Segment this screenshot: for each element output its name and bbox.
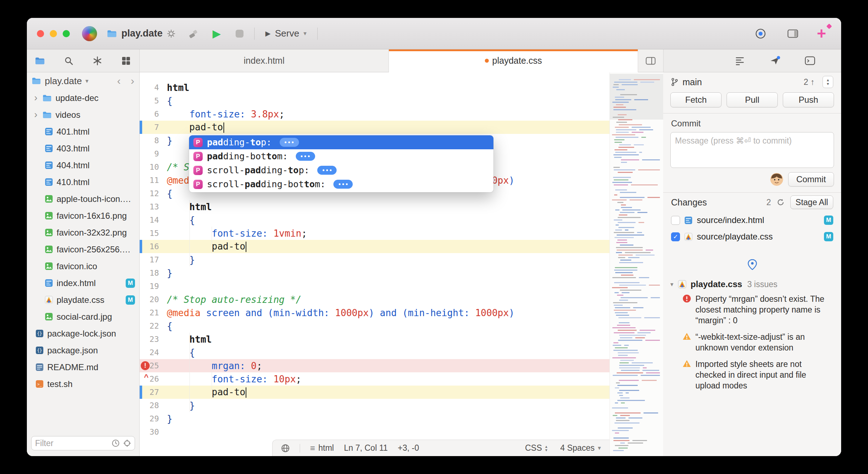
code-line[interactable]: 13 html xyxy=(140,200,609,213)
disclosure-chevron-icon[interactable]: › xyxy=(33,92,39,103)
file-row[interactable]: 410.html xyxy=(27,174,139,190)
forward-button[interactable]: › xyxy=(131,75,134,87)
file-row[interactable]: README.md xyxy=(27,359,139,376)
layout-panel-button[interactable] xyxy=(785,25,801,42)
change-row[interactable]: source/index.htmlM xyxy=(663,212,841,228)
back-button[interactable]: ‹ xyxy=(117,75,121,87)
refresh-icon[interactable] xyxy=(777,198,785,206)
issue-item[interactable]: Imported style sheets are not checked in… xyxy=(683,359,833,391)
code-line[interactable]: 14 { xyxy=(140,213,609,227)
issues-header[interactable]: ▾ playdate.css 3 issues xyxy=(663,279,841,294)
filter-input[interactable] xyxy=(35,439,108,448)
search-pane-button[interactable] xyxy=(61,53,77,69)
minimap[interactable] xyxy=(609,72,663,456)
code-line[interactable]: 17 } xyxy=(140,253,609,266)
tab-index-html[interactable]: index.html xyxy=(140,49,389,72)
completion-item[interactable]: Pscroll-padding-bottom: xyxy=(189,177,493,191)
zoom-button[interactable] xyxy=(63,30,70,37)
issue-item[interactable]: “-webkit-text-size-adjust” is an unknown… xyxy=(683,332,833,353)
filter-scope-icon[interactable] xyxy=(123,439,131,447)
code-line[interactable]: 24 { xyxy=(140,346,609,359)
minimize-button[interactable] xyxy=(50,30,57,37)
collapse-chevron-icon[interactable]: ▾ xyxy=(670,281,674,288)
file-row[interactable]: favicon-256x256.png xyxy=(27,241,139,258)
stop-button[interactable] xyxy=(231,25,248,42)
stage-checkbox[interactable] xyxy=(671,216,680,225)
minimap-line xyxy=(614,292,619,293)
run-button[interactable]: ▶ xyxy=(208,25,225,42)
tools-asterisk-pane-button[interactable] xyxy=(89,53,106,69)
extensions-grid-pane-button[interactable] xyxy=(118,53,134,69)
recent-clock-icon[interactable] xyxy=(112,439,120,447)
folder-row[interactable]: ›videos xyxy=(27,106,139,123)
code-line[interactable]: 19 xyxy=(140,280,609,293)
completion-item[interactable]: Ppadding-top: xyxy=(189,135,493,149)
clean-button[interactable] xyxy=(185,25,202,42)
file-row[interactable]: {}package.json xyxy=(27,342,139,359)
code-line[interactable]: 21@media screen and (min-width: 1000px) … xyxy=(140,306,609,319)
code-line[interactable]: 27 pad-to xyxy=(140,386,609,399)
file-row[interactable]: index.htmlM xyxy=(27,275,139,291)
preview-eye-button[interactable] xyxy=(752,25,769,42)
split-editor-button[interactable] xyxy=(638,49,663,72)
stage-all-button[interactable]: Stage All xyxy=(790,195,833,209)
file-row[interactable]: playdate.cssM xyxy=(27,291,139,308)
file-row[interactable]: social-card.jpg xyxy=(27,308,139,325)
project-header[interactable]: play.date ▾ ‹ › xyxy=(27,72,139,90)
code-line[interactable]: 28 } xyxy=(140,399,609,412)
terminal-pane-button[interactable] xyxy=(802,53,818,69)
issue-item[interactable]: Property “mrgan” doesn’t exist. The clos… xyxy=(683,294,833,326)
stage-checkbox[interactable]: ✓ xyxy=(671,232,680,241)
completion-item[interactable]: Ppadding-bottom: xyxy=(189,149,493,163)
code-line[interactable]: 20/* Stop auto-resizing */ xyxy=(140,293,609,306)
file-row[interactable]: favicon-16x16.png xyxy=(27,207,139,224)
file-row[interactable]: 401.html xyxy=(27,123,139,140)
fetch-button[interactable]: Fetch xyxy=(670,92,722,107)
push-button[interactable]: Push xyxy=(783,92,834,107)
file-row[interactable]: apple-touch-icon.png xyxy=(27,190,139,207)
folder-row[interactable]: ›update-dec xyxy=(27,90,139,106)
code-line[interactable]: 30 xyxy=(140,425,609,439)
tab-playdate-css[interactable]: playdate.css xyxy=(389,49,638,72)
code-line[interactable]: 23 html xyxy=(140,333,609,346)
code-line[interactable]: 5{ xyxy=(140,94,609,107)
globe-icon[interactable] xyxy=(281,444,290,453)
code-line[interactable]: ^26 font-size: 10px; xyxy=(140,372,609,386)
error-gutter-icon[interactable]: ! xyxy=(141,361,150,370)
syntax-selector[interactable]: CSS ▴▾ xyxy=(525,443,547,453)
code-line[interactable]: 16 pad-to xyxy=(140,240,609,253)
new-item-button[interactable]: + xyxy=(817,26,831,42)
branch-row[interactable]: main 2 ↑ ▴▾ xyxy=(663,72,841,92)
editor[interactable]: 4html5{6 font-size: 3.8px;7 pad-to8}910/… xyxy=(140,72,663,456)
branch-stepper[interactable]: ▴▾ xyxy=(823,76,833,88)
titlebar[interactable]: play.date ▶ ▶ Serve ▾ + xyxy=(27,18,841,49)
close-button[interactable] xyxy=(37,30,44,37)
publish-paperplane-pane-button[interactable] xyxy=(767,53,783,69)
files-pane-button[interactable] xyxy=(32,53,48,69)
file-row[interactable]: >_test.sh xyxy=(27,376,139,392)
format-align-pane-button[interactable] xyxy=(732,53,748,69)
code-line[interactable]: 7 pad-to xyxy=(140,121,609,134)
commit-message-input[interactable] xyxy=(670,132,834,168)
serve-control[interactable]: ▶ Serve ▾ xyxy=(261,28,311,39)
commit-button[interactable]: Commit xyxy=(788,172,834,187)
breadcrumb[interactable]: ≡ html xyxy=(310,443,334,453)
code-line[interactable]: 29} xyxy=(140,412,609,425)
code-line[interactable]: !25 mrgan: 0; xyxy=(140,359,609,372)
disclosure-chevron-icon[interactable]: › xyxy=(33,109,39,120)
indent-selector[interactable]: 4 Spaces ▾ xyxy=(560,443,601,453)
file-row[interactable]: 404.html xyxy=(27,157,139,174)
pull-button[interactable]: Pull xyxy=(727,92,778,107)
code-line[interactable]: 18} xyxy=(140,266,609,280)
code-line[interactable]: 15 font-size: 1vmin; xyxy=(140,227,609,240)
completion-item[interactable]: Pscroll-padding-top: xyxy=(189,163,493,177)
change-row[interactable]: ✓source/playdate.cssM xyxy=(663,228,841,245)
file-row[interactable]: {}package-lock.json xyxy=(27,325,139,342)
file-row[interactable]: favicon.ico xyxy=(27,258,139,275)
file-row[interactable]: 403.html xyxy=(27,140,139,157)
code-line[interactable]: 6 font-size: 3.8px; xyxy=(140,107,609,121)
code-line[interactable]: 22{ xyxy=(140,319,609,333)
code-line[interactable]: 4html xyxy=(140,81,609,94)
file-row[interactable]: favicon-32x32.png xyxy=(27,224,139,241)
project-settings-gear-icon[interactable] xyxy=(167,29,175,38)
